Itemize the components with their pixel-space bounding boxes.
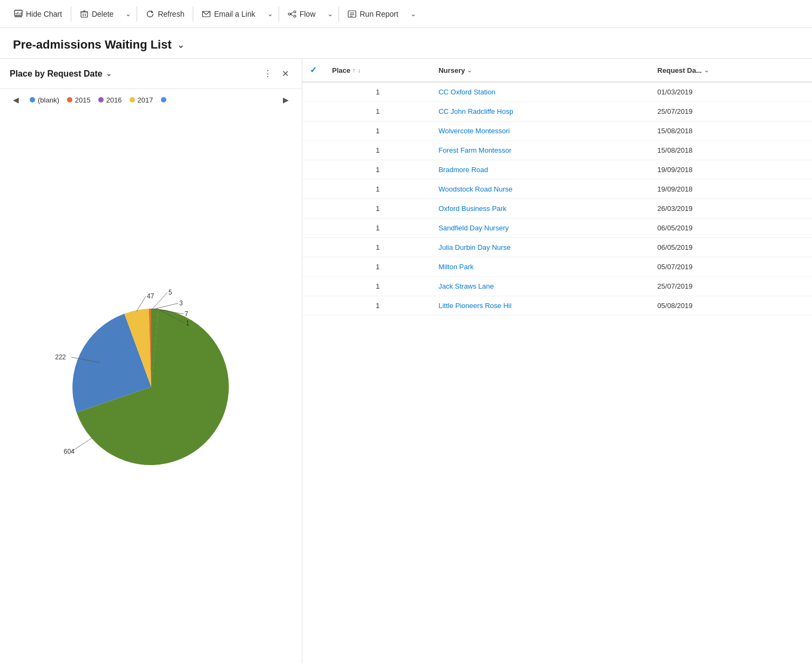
td-place-8: 1 [324,238,431,257]
chart-legend: ◀ (blank) 2015 2016 2017 [0,89,302,111]
pie-label-1: 1 [186,319,190,327]
th-place[interactable]: Place ↑ ↓ [324,59,431,82]
table-row: 1 Woodstock Road Nurse 19/09/2018 [302,180,812,199]
run-report-button[interactable]: Run Report [340,0,406,28]
td-place-2: 1 [324,121,431,141]
chart-panel: Place by Request Date ⌄ ⋮ ✕ ◀ (blank) 20… [0,59,302,663]
td-date-2: 15/08/2018 [650,121,812,141]
page-title-text: Pre-admissions Waiting List [13,38,172,52]
td-date-0: 01/03/2019 [650,82,812,102]
table-row: 1 CC Oxford Station 01/03/2019 [302,82,812,102]
table-panel: ✓ Place ↑ ↓ Nursery ⌄ [302,59,812,663]
divider-5 [339,6,339,22]
run-report-icon [348,10,356,18]
hide-chart-button[interactable]: Hide Chart [6,0,70,28]
table-body: 1 CC Oxford Station 01/03/2019 1 CC John… [302,82,812,316]
td-nursery-10[interactable]: Jack Straws Lane [431,277,649,296]
delete-dropdown[interactable]: ⌄ [121,0,136,28]
td-check-5 [302,180,324,199]
td-check-9 [302,257,324,277]
email-dropdown[interactable]: ⌄ [263,0,278,28]
chart-close-button[interactable]: ✕ [279,66,292,81]
chart-more-button[interactable]: ⋮ [260,66,275,81]
pie-chart: 604 222 47 5 3 7 1 [54,290,248,484]
td-place-6: 1 [324,199,431,219]
td-nursery-2[interactable]: Wolvercote Montessori [431,121,649,141]
delete-label: Delete [92,10,113,18]
th-place-label: Place [332,66,350,74]
td-nursery-3[interactable]: Forest Farm Montessor [431,141,649,160]
email-label: Email a Link [214,10,255,18]
flow-button[interactable]: Flow [280,0,323,28]
page-title-chevron: ⌄ [177,40,184,50]
td-nursery-1[interactable]: CC John Radcliffe Hosp [431,102,649,121]
td-nursery-11[interactable]: Little Pioneers Rose Hil [431,296,649,316]
page-title[interactable]: Pre-admissions Waiting List ⌄ [13,38,799,52]
delete-icon [80,10,89,18]
table-row: 1 Milton Park 05/07/2019 [302,257,812,277]
td-date-11: 05/08/2019 [650,296,812,316]
table-row: 1 CC John Radcliffe Hosp 25/07/2019 [302,102,812,121]
svg-rect-6 [81,12,87,17]
th-nursery[interactable]: Nursery ⌄ [431,59,649,82]
run-report-dropdown[interactable]: ⌄ [406,0,421,28]
divider-2 [137,6,137,22]
td-check-11 [302,296,324,316]
email-button[interactable]: Email a Link [194,0,262,28]
th-date[interactable]: Request Da... ⌄ [650,59,812,82]
td-check-4 [302,160,324,180]
td-date-9: 05/07/2019 [650,257,812,277]
table-row: 1 Oxford Business Park 26/03/2019 [302,199,812,219]
pie-label-604: 604 [64,448,75,455]
hide-chart-icon [14,10,23,18]
legend-label-2015: 2015 [75,96,91,104]
td-check-10 [302,277,324,296]
th-nursery-chevron: ⌄ [467,67,472,74]
legend-dot-2017 [130,97,135,103]
legend-prev-button[interactable]: ◀ [10,94,22,105]
legend-next-button[interactable]: ▶ [280,94,292,105]
flow-dropdown[interactable]: ⌄ [323,0,337,28]
td-nursery-5[interactable]: Woodstock Road Nurse [431,180,649,199]
td-nursery-6[interactable]: Oxford Business Park [431,199,649,219]
svg-line-24 [152,292,167,309]
th-place-sort-desc: ↓ [357,67,361,73]
legend-label-blank: (blank) [38,96,59,104]
legend-items: (blank) 2015 2016 2017 [30,96,272,104]
td-nursery-0[interactable]: CC Oxford Station [431,82,649,102]
svg-point-12 [288,13,290,15]
td-nursery-8[interactable]: Julia Durbin Day Nurse [431,238,649,257]
run-report-label: Run Report [360,10,398,18]
pie-label-7: 7 [185,310,188,318]
legend-item-more [161,97,166,103]
td-place-10: 1 [324,277,431,296]
flow-icon [288,10,296,18]
pie-label-3: 3 [179,299,183,307]
chart-area: 604 222 47 5 3 7 1 [0,111,302,663]
table-row: 1 Bradmore Road 19/09/2018 [302,160,812,180]
email-icon [202,10,211,18]
td-date-7: 06/05/2019 [650,219,812,238]
divider-4 [279,6,279,22]
pie-label-47: 47 [147,292,154,300]
td-date-4: 19/09/2018 [650,160,812,180]
table-row: 1 Forest Farm Montessor 15/08/2018 [302,141,812,160]
legend-label-2017: 2017 [138,96,153,104]
td-check-3 [302,141,324,160]
td-place-7: 1 [324,219,431,238]
delete-button[interactable]: Delete [72,0,121,28]
svg-line-25 [154,303,178,309]
td-check-6 [302,199,324,219]
svg-point-13 [294,11,296,13]
table-row: 1 Little Pioneers Rose Hil 05/08/2019 [302,296,812,316]
td-check-7 [302,219,324,238]
refresh-button[interactable]: Refresh [138,0,192,28]
td-date-3: 15/08/2018 [650,141,812,160]
td-nursery-4[interactable]: Bradmore Road [431,160,649,180]
chart-title[interactable]: Place by Request Date ⌄ [10,69,256,79]
main-content: Place by Request Date ⌄ ⋮ ✕ ◀ (blank) 20… [0,59,812,663]
legend-dot-2016 [98,97,104,103]
chart-actions: ⋮ ✕ [260,66,292,81]
td-nursery-9[interactable]: Milton Park [431,257,649,277]
td-nursery-7[interactable]: Sandfield Day Nursery [431,219,649,238]
